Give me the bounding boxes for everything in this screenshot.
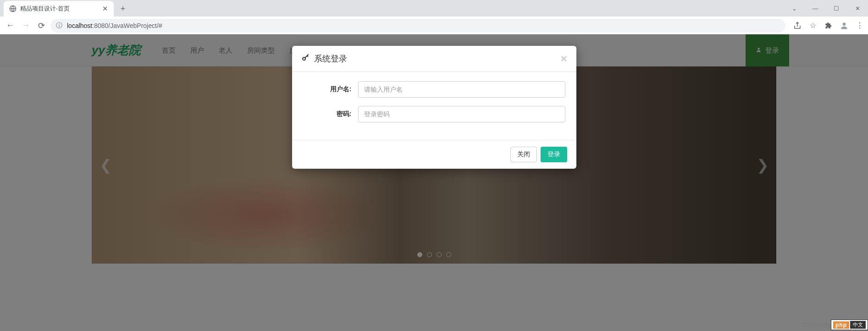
- tab-bar: 精品项目设计-首页 ✕ + ⌄ — ☐ ✕: [0, 0, 868, 17]
- username-row: 用户名:: [303, 81, 565, 98]
- php-badge: php 中文: [831, 320, 868, 330]
- globe-icon: [9, 5, 17, 12]
- password-label: 密码:: [303, 110, 358, 118]
- forward-button[interactable]: →: [19, 19, 32, 32]
- badge-cn: 中文: [850, 321, 866, 329]
- url-port: :8080: [92, 22, 108, 29]
- svg-point-1: [843, 22, 846, 26]
- tab-title: 精品项目设计-首页: [20, 5, 70, 13]
- login-modal: 系统登录 × 用户名: 密码: 关闭 登录: [292, 46, 576, 169]
- profile-icon[interactable]: [840, 21, 849, 30]
- modal-footer: 关闭 登录: [292, 140, 576, 169]
- password-input[interactable]: [358, 106, 565, 122]
- close-button[interactable]: 关闭: [510, 147, 537, 162]
- php-text: php: [833, 321, 849, 329]
- toolbar-icons: ☆ ⋮: [793, 21, 864, 30]
- info-icon[interactable]: ⓘ: [56, 22, 62, 30]
- maximize-icon[interactable]: ☐: [826, 5, 847, 12]
- username-label: 用户名:: [303, 85, 358, 94]
- address-bar: ← → ⟳ ⓘ localhost:8080/JavaWebProject/# …: [0, 17, 868, 34]
- star-icon[interactable]: ☆: [808, 21, 818, 30]
- watermark: CSDN @p: [803, 321, 831, 328]
- back-button[interactable]: ←: [4, 19, 17, 32]
- modal-title: 系统登录: [314, 53, 561, 64]
- menu-icon[interactable]: ⋮: [855, 21, 864, 30]
- tab-close-icon[interactable]: ✕: [102, 5, 108, 13]
- password-row: 密码:: [303, 106, 565, 122]
- reload-button[interactable]: ⟳: [35, 19, 48, 32]
- chevron-down-icon[interactable]: ⌄: [784, 5, 805, 12]
- login-button[interactable]: 登录: [541, 147, 567, 162]
- minimize-icon[interactable]: —: [805, 5, 826, 12]
- page-content: yy养老院 首页 用户 老人 房间类型 房间 订单 老人看护 接待 部门 员工 …: [0, 34, 868, 331]
- new-tab-button[interactable]: +: [116, 2, 129, 15]
- modal-body: 用户名: 密码:: [292, 72, 576, 140]
- url-box[interactable]: ⓘ localhost:8080/JavaWebProject/#: [50, 19, 785, 33]
- url-path: /JavaWebProject/#: [108, 22, 162, 29]
- key-icon: [301, 54, 310, 64]
- close-icon[interactable]: ✕: [847, 5, 868, 12]
- browser-tab[interactable]: 精品项目设计-首页 ✕: [4, 1, 114, 17]
- svg-point-3: [303, 57, 305, 60]
- modal-close-icon[interactable]: ×: [560, 53, 567, 64]
- extension-icon[interactable]: [824, 21, 833, 30]
- username-input[interactable]: [358, 81, 565, 98]
- share-icon[interactable]: [793, 21, 802, 30]
- browser-chrome: 精品项目设计-首页 ✕ + ⌄ — ☐ ✕ ← → ⟳ ⓘ localhost:…: [0, 0, 868, 34]
- modal-header: 系统登录 ×: [292, 46, 576, 72]
- window-controls: ⌄ — ☐ ✕: [784, 0, 868, 17]
- url-host: localhost: [67, 22, 92, 29]
